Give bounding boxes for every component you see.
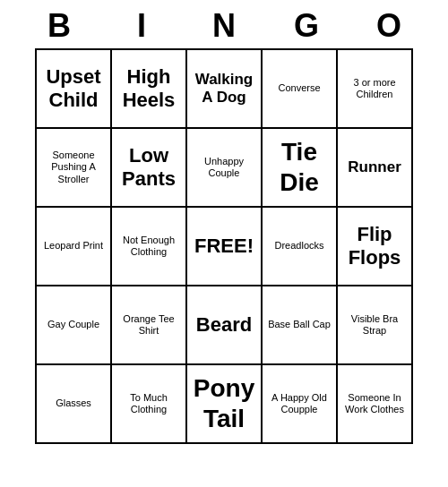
bingo-cell-0: Upset Child — [37, 50, 112, 129]
bingo-cell-23: A Happy Old Coupple — [263, 365, 338, 444]
bingo-cell-22: Pony Tail — [187, 365, 263, 444]
header-letter-b: B — [22, 7, 97, 45]
header-letter-g: G — [269, 7, 344, 45]
cell-text-11: Not Enough Clothing — [116, 235, 182, 258]
cell-text-4: 3 or more Children — [341, 77, 408, 100]
cell-text-20: Glasses — [56, 397, 91, 409]
bingo-cell-18: Base Ball Cap — [263, 286, 338, 365]
bingo-cell-1: High Heels — [112, 50, 187, 129]
bingo-cell-4: 3 or more Children — [338, 50, 413, 129]
bingo-cell-9: Runner — [338, 129, 413, 208]
bingo-cell-10: Leopard Print — [37, 208, 112, 286]
bingo-cell-11: Not Enough Clothing — [112, 208, 187, 286]
cell-text-13: Dreadlocks — [274, 240, 323, 252]
bingo-cell-14: Flip Flops — [338, 208, 413, 286]
cell-text-7: Unhappy Couple — [191, 156, 257, 179]
bingo-cell-8: Tie Die — [263, 129, 338, 208]
cell-text-3: Converse — [278, 82, 320, 94]
bingo-cell-15: Gay Couple — [37, 286, 112, 365]
bingo-header: BINGO — [18, 0, 430, 48]
cell-text-23: A Happy Old Coupple — [266, 392, 332, 415]
cell-text-2: Walking A Dog — [191, 71, 257, 107]
cell-text-15: Gay Couple — [47, 319, 99, 330]
bingo-grid: Upset ChildHigh HeelsWalking A DogConver… — [35, 48, 413, 444]
bingo-cell-5: Someone Pushing A Stroller — [37, 129, 112, 208]
bingo-cell-6: Low Pants — [112, 129, 187, 208]
cell-text-21: To Much Clothing — [116, 392, 182, 415]
cell-text-19: Visible Bra Strap — [341, 313, 408, 337]
header-letter-i: I — [104, 7, 179, 45]
cell-text-6: Low Pants — [116, 144, 182, 192]
cell-text-22: Pony Tail — [191, 373, 257, 433]
bingo-cell-20: Glasses — [37, 365, 112, 444]
cell-text-18: Base Ball Cap — [268, 319, 331, 330]
bingo-cell-12: FREE! — [187, 208, 263, 286]
cell-text-5: Someone Pushing A Stroller — [40, 150, 107, 185]
cell-text-8: Tie Die — [266, 137, 332, 197]
bingo-cell-7: Unhappy Couple — [187, 129, 263, 208]
cell-text-0: Upset Child — [40, 65, 107, 113]
header-letter-o: O — [351, 7, 426, 45]
bingo-cell-21: To Much Clothing — [112, 365, 187, 444]
bingo-cell-17: Beard — [187, 286, 263, 365]
bingo-cell-2: Walking A Dog — [187, 50, 263, 129]
bingo-cell-24: Someone In Work Clothes — [338, 365, 413, 444]
header-letter-n: N — [186, 7, 262, 45]
cell-text-9: Runner — [348, 158, 401, 176]
cell-text-1: High Heels — [116, 65, 182, 113]
cell-text-17: Beard — [196, 313, 252, 337]
bingo-cell-19: Visible Bra Strap — [338, 286, 413, 365]
cell-text-16: Orange Tee Shirt — [116, 313, 182, 337]
cell-text-12: FREE! — [194, 235, 254, 258]
bingo-cell-16: Orange Tee Shirt — [112, 286, 187, 365]
cell-text-10: Leopard Print — [44, 240, 103, 252]
cell-text-14: Flip Flops — [341, 223, 408, 270]
bingo-cell-3: Converse — [263, 50, 338, 129]
cell-text-24: Someone In Work Clothes — [341, 392, 408, 415]
bingo-cell-13: Dreadlocks — [263, 208, 338, 286]
